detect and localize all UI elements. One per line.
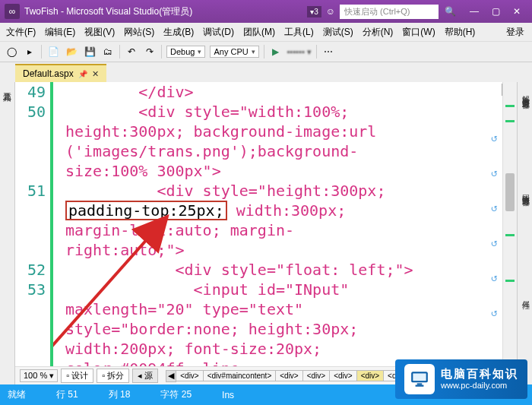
- solution-explorer-tab[interactable]: 解决方案资源管理器: [520, 90, 530, 97]
- status-ins: Ins: [222, 390, 234, 400]
- window-title: TwoFish - Microsoft Visual Studio(管理员): [24, 5, 192, 18]
- menu-help[interactable]: 帮助(H): [442, 24, 479, 40]
- watermark-overlay: 电脑百科知识 www.pc-daily.com: [395, 359, 527, 399]
- tab-label: Default.aspx: [23, 68, 74, 79]
- menu-debug[interactable]: 调试(D): [200, 24, 237, 40]
- menu-website[interactable]: 网站(S): [121, 24, 157, 40]
- toolbar-more-icon[interactable]: ⋯: [321, 45, 335, 59]
- line-num: 53: [15, 280, 46, 299]
- breadcrumb[interactable]: <div>: [330, 370, 356, 381]
- document-tab-strip: Default.aspx 📌 ✕: [0, 62, 532, 82]
- sign-in-button[interactable]: 登录: [503, 24, 529, 40]
- crumb-prev-icon[interactable]: ◀: [166, 370, 176, 382]
- menu-analyze[interactable]: 分析(N): [359, 24, 397, 40]
- svg-rect-1: [413, 373, 426, 381]
- maximize-button[interactable]: ▢: [485, 3, 506, 20]
- line-num: 50: [15, 102, 46, 122]
- title-bar: ∞ TwoFish - Microsoft Visual Studio(管理员)…: [0, 0, 532, 23]
- new-file-icon[interactable]: 📄: [46, 45, 60, 59]
- tab-close-icon[interactable]: ✕: [92, 69, 99, 79]
- line-num: 52: [15, 260, 46, 280]
- code-editor: ▥ 49 50 51 52 53 </div> <div style="widt…: [15, 82, 517, 384]
- menu-test[interactable]: 测试(S): [320, 24, 356, 40]
- track-changes-icons: ↻↻↻↻↻↻: [491, 128, 497, 322]
- close-button[interactable]: ✕: [506, 3, 527, 20]
- save-all-icon[interactable]: 🗂: [101, 45, 115, 59]
- config-dropdown[interactable]: Debug: [166, 46, 205, 58]
- status-line: 行 51: [56, 388, 78, 401]
- quick-launch-input[interactable]: 快速启动 (Ctrl+Q): [340, 5, 439, 19]
- menu-team[interactable]: 团队(M): [240, 24, 278, 40]
- pin-icon[interactable]: 📌: [78, 70, 87, 78]
- save-icon[interactable]: 💾: [83, 45, 97, 59]
- menu-file[interactable]: 文件(F): [3, 24, 39, 40]
- open-icon[interactable]: 📂: [65, 45, 78, 59]
- line-num: 51: [15, 181, 46, 201]
- menu-window[interactable]: 窗口(W): [399, 24, 438, 40]
- highlighted-code: padding-top:25px;: [65, 201, 227, 220]
- line-num: 49: [15, 82, 46, 102]
- status-char: 字符 25: [160, 388, 192, 401]
- platform-dropdown[interactable]: Any CPU: [210, 46, 258, 58]
- menu-view[interactable]: 视图(V): [81, 24, 118, 40]
- breadcrumb[interactable]: <div#maincontent>: [204, 370, 277, 381]
- status-col: 列 18: [109, 388, 131, 401]
- properties-tab[interactable]: 属性: [520, 295, 530, 296]
- nav-back-icon[interactable]: ◯: [5, 45, 18, 59]
- vs-logo-icon: ∞: [5, 4, 20, 19]
- work-area: 工具箱 ▥ 49 50 51 52 53 </div> <div style="…: [0, 82, 532, 384]
- start-debug-icon[interactable]: ▶: [269, 45, 283, 59]
- watermark-title: 电脑百科知识: [441, 367, 518, 381]
- split-view-button[interactable]: ▫ 拆分: [97, 369, 129, 383]
- line-number-gutter: 49 50 51 52 53: [15, 82, 53, 366]
- design-view-button[interactable]: ▫ 设计: [61, 369, 93, 383]
- toolbox-tab[interactable]: 工具箱: [0, 82, 15, 384]
- redo-icon[interactable]: ↷: [143, 45, 157, 59]
- tab-default-aspx[interactable]: Default.aspx 📌 ✕: [15, 64, 106, 82]
- right-tool-tabs: 解决方案资源管理器 团队资源管理器 属性: [517, 82, 532, 384]
- watermark-monitor-icon: [404, 364, 435, 394]
- scrollbar-thumb[interactable]: [505, 173, 515, 211]
- zoom-dropdown[interactable]: 100 % ▾: [20, 369, 58, 382]
- breadcrumb-selected[interactable]: <div>: [357, 370, 384, 381]
- breadcrumb[interactable]: <div>: [276, 370, 302, 381]
- nav-fwd-icon[interactable]: ▸: [23, 45, 36, 59]
- svg-rect-3: [416, 385, 424, 387]
- minimize-button[interactable]: —: [464, 3, 485, 20]
- vertical-scrollbar[interactable]: [502, 82, 517, 366]
- browser-target[interactable]: ▪▪▪▪▪▪ ▾: [287, 47, 312, 57]
- menu-tools[interactable]: 工具(L): [281, 24, 317, 40]
- watermark-url: www.pc-daily.com: [441, 381, 518, 391]
- feedback-icon[interactable]: ☺: [326, 6, 335, 17]
- breadcrumb[interactable]: <div>: [176, 370, 203, 381]
- menu-build[interactable]: 生成(B): [160, 24, 197, 40]
- svg-rect-2: [417, 383, 423, 384]
- search-icon[interactable]: 🔍: [445, 6, 456, 17]
- code-body[interactable]: </div> <div style="width:100%; height:30…: [53, 82, 502, 366]
- menu-bar: 文件(F) 编辑(E) 视图(V) 网站(S) 生成(B) 调试(D) 团队(M…: [0, 23, 532, 41]
- undo-icon[interactable]: ↶: [125, 45, 138, 59]
- menu-edit[interactable]: 编辑(E): [42, 24, 78, 40]
- status-ready: 就绪: [8, 388, 26, 401]
- breadcrumb[interactable]: <div>: [303, 370, 330, 381]
- standard-toolbar: ◯ ▸ 📄 📂 💾 🗂 ↶ ↷ Debug Any CPU ▶ ▪▪▪▪▪▪ ▾…: [0, 41, 532, 62]
- notification-badge[interactable]: ▾3: [307, 6, 321, 17]
- team-explorer-tab[interactable]: 团队资源管理器: [520, 188, 530, 194]
- source-view-button[interactable]: ◂ 源: [132, 369, 158, 383]
